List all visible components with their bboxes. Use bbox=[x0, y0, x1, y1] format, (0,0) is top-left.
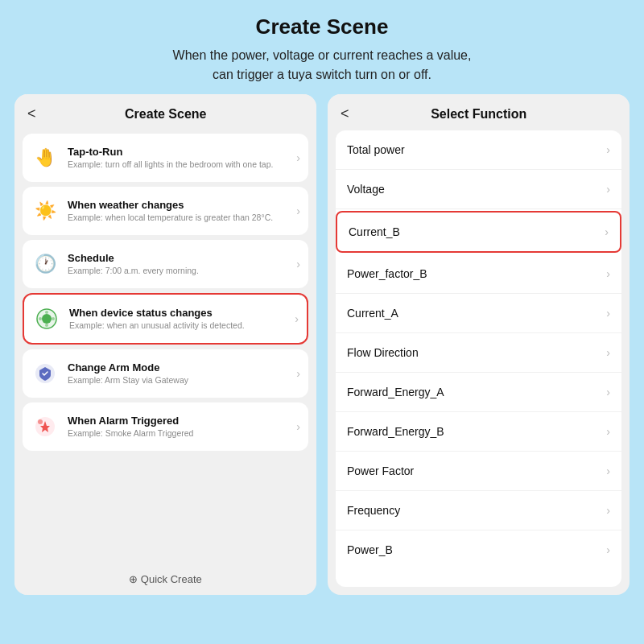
forward-energy-a-label: Forward_Energy_A bbox=[347, 386, 606, 398]
tap-to-run-subtitle: Example: turn off all lights in the bedr… bbox=[68, 159, 293, 171]
menu-item-alarm[interactable]: When Alarm Triggered Example: Smoke Alar… bbox=[23, 402, 308, 451]
left-panel-title: Create Scene bbox=[44, 107, 287, 122]
power-factor-b-label: Power_factor_B bbox=[347, 267, 606, 280]
weather-subtitle: Example: when local temperature is great… bbox=[68, 213, 293, 224]
function-item-forward-energy-b[interactable]: Forward_Energy_B › bbox=[336, 412, 621, 452]
svg-point-3 bbox=[45, 324, 48, 327]
forward-energy-b-arrow: › bbox=[606, 425, 610, 438]
function-item-power-factor-b[interactable]: Power_factor_B › bbox=[336, 254, 621, 294]
function-item-total-power[interactable]: Total power › bbox=[336, 130, 621, 170]
svg-point-5 bbox=[52, 317, 55, 320]
schedule-subtitle: Example: 7:00 a.m. every morning. bbox=[68, 266, 293, 277]
menu-list: 🤚 Tap-to-Run Example: turn off all light… bbox=[14, 130, 316, 564]
current-b-label: Current_B bbox=[349, 225, 605, 238]
power-b-arrow: › bbox=[606, 543, 610, 556]
flow-direction-arrow: › bbox=[606, 346, 610, 359]
arm-mode-subtitle: Example: Arm Stay via Gateway bbox=[68, 375, 293, 386]
alarm-icon bbox=[31, 412, 60, 441]
alarm-text: When Alarm Triggered Example: Smoke Alar… bbox=[68, 415, 293, 440]
voltage-label: Voltage bbox=[347, 183, 606, 196]
svg-point-1 bbox=[42, 314, 52, 324]
alarm-arrow: › bbox=[296, 420, 300, 433]
left-panel: < Create Scene 🤚 Tap-to-Run Example: tur… bbox=[14, 94, 316, 595]
arm-mode-icon bbox=[31, 359, 60, 388]
left-back-button[interactable]: < bbox=[27, 105, 36, 122]
right-panel-header: < Select Function bbox=[328, 94, 630, 130]
weather-arrow: › bbox=[296, 204, 300, 217]
menu-item-tap-to-run[interactable]: 🤚 Tap-to-Run Example: turn off all light… bbox=[23, 134, 308, 182]
arm-mode-title: Change Arm Mode bbox=[68, 361, 293, 374]
power-factor-label: Power Factor bbox=[347, 464, 606, 477]
svg-point-2 bbox=[45, 311, 48, 314]
device-status-title: When device status changes bbox=[69, 307, 291, 319]
right-panel: < Select Function Total power › Voltage … bbox=[328, 94, 630, 595]
power-b-label: Power_B bbox=[347, 543, 606, 556]
frequency-arrow: › bbox=[606, 504, 610, 517]
total-power-arrow: › bbox=[606, 143, 610, 156]
quick-create-button[interactable]: ⊕ Quick Create bbox=[14, 564, 316, 595]
weather-title: When weather changes bbox=[68, 199, 293, 211]
schedule-arrow: › bbox=[296, 258, 300, 270]
function-item-frequency[interactable]: Frequency › bbox=[336, 491, 621, 530]
current-a-arrow: › bbox=[606, 307, 610, 320]
function-item-current-a[interactable]: Current_A › bbox=[336, 294, 621, 333]
frequency-label: Frequency bbox=[347, 504, 606, 517]
right-back-button[interactable]: < bbox=[341, 105, 349, 122]
page-title: Create Scene bbox=[32, 14, 612, 39]
forward-energy-a-arrow: › bbox=[606, 386, 610, 398]
arm-mode-arrow: › bbox=[296, 367, 300, 380]
device-status-arrow: › bbox=[295, 312, 299, 325]
function-item-power-b[interactable]: Power_B › bbox=[336, 530, 621, 569]
schedule-icon: 🕐 bbox=[31, 250, 60, 279]
weather-text: When weather changes Example: when local… bbox=[68, 199, 293, 224]
function-item-voltage[interactable]: Voltage › bbox=[336, 170, 621, 209]
function-item-current-b[interactable]: Current_B › bbox=[336, 211, 621, 253]
right-panel-title: Select Function bbox=[357, 107, 601, 122]
total-power-label: Total power bbox=[347, 143, 606, 156]
schedule-title: Schedule bbox=[68, 252, 293, 264]
flow-direction-label: Flow Direction bbox=[347, 346, 606, 359]
alarm-subtitle: Example: Smoke Alarm Triggered bbox=[68, 428, 293, 440]
tap-to-run-arrow: › bbox=[296, 151, 300, 164]
weather-icon: ☀️ bbox=[31, 196, 60, 225]
schedule-text: Schedule Example: 7:00 a.m. every mornin… bbox=[68, 252, 293, 277]
tap-to-run-text: Tap-to-Run Example: turn off all lights … bbox=[68, 146, 293, 171]
voltage-arrow: › bbox=[606, 183, 610, 196]
arm-mode-text: Change Arm Mode Example: Arm Stay via Ga… bbox=[68, 361, 293, 386]
tap-to-run-title: Tap-to-Run bbox=[68, 146, 293, 158]
power-factor-b-arrow: › bbox=[606, 267, 610, 280]
svg-point-8 bbox=[38, 419, 43, 424]
menu-item-device-status[interactable]: When device status changes Example: when… bbox=[23, 293, 308, 345]
current-b-arrow: › bbox=[605, 225, 609, 238]
function-list: Total power › Voltage › Current_B › Powe… bbox=[336, 130, 621, 587]
menu-item-schedule[interactable]: 🕐 Schedule Example: 7:00 a.m. every morn… bbox=[23, 240, 308, 288]
panels-container: < Create Scene 🤚 Tap-to-Run Example: tur… bbox=[0, 94, 644, 609]
menu-item-arm-mode[interactable]: Change Arm Mode Example: Arm Stay via Ga… bbox=[23, 349, 308, 398]
device-status-subtitle: Example: when an unusual activity is det… bbox=[69, 320, 291, 332]
tap-icon: 🤚 bbox=[31, 143, 60, 172]
left-panel-header: < Create Scene bbox=[14, 94, 316, 130]
svg-point-4 bbox=[39, 317, 42, 320]
page-header: Create Scene When the power, voltage or … bbox=[0, 0, 644, 94]
current-a-label: Current_A bbox=[347, 307, 606, 320]
function-item-forward-energy-a[interactable]: Forward_Energy_A › bbox=[336, 373, 621, 412]
function-item-power-factor[interactable]: Power Factor › bbox=[336, 452, 621, 491]
device-status-icon bbox=[32, 304, 61, 333]
function-item-flow-direction[interactable]: Flow Direction › bbox=[336, 333, 621, 373]
device-status-text: When device status changes Example: when… bbox=[69, 307, 291, 332]
alarm-title: When Alarm Triggered bbox=[68, 415, 293, 427]
forward-energy-b-label: Forward_Energy_B bbox=[347, 425, 606, 438]
power-factor-arrow: › bbox=[606, 464, 610, 477]
menu-item-weather[interactable]: ☀️ When weather changes Example: when lo… bbox=[23, 187, 308, 235]
page-subtitle: When the power, voltage or current reach… bbox=[32, 46, 612, 85]
